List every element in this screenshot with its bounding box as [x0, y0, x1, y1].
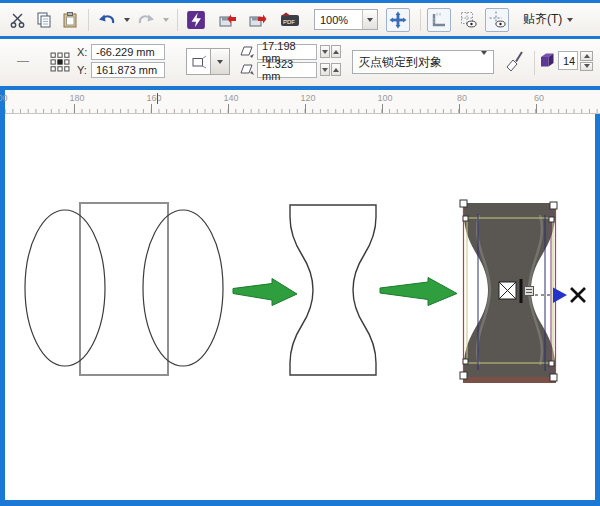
extrusion-type-icon [191, 54, 207, 70]
zoom-fit-icon [389, 11, 407, 29]
ruler-label: 160 [146, 93, 161, 103]
show-rulers-button[interactable] [427, 8, 451, 32]
extrude-interactive-control[interactable] [499, 279, 585, 303]
vp-mode-value: 灭点锁定到对象 [353, 54, 481, 71]
spinner-up-icon [333, 50, 339, 54]
right-ellipse-object[interactable] [143, 210, 223, 366]
depth-slider-bar[interactable] [520, 279, 523, 303]
guidelines-icon [488, 10, 507, 29]
copy-vp-icon [503, 49, 525, 73]
spinner-up-icon [584, 54, 590, 58]
toolbar-separator [534, 51, 535, 75]
grid-icon [459, 10, 478, 29]
left-ellipse-object[interactable] [25, 210, 105, 366]
chevron-down-icon [367, 18, 373, 22]
vanishing-point-marker[interactable] [571, 288, 585, 302]
toolbar-separator [420, 9, 421, 31]
redo-dropdown-button[interactable] [160, 8, 171, 32]
redo-icon [136, 11, 156, 29]
ruler-label: 200 [0, 93, 8, 103]
handle-back-bottom-right[interactable] [549, 361, 554, 366]
pdf-label: PDF [283, 18, 295, 24]
green-arrow-2[interactable] [380, 278, 457, 306]
depth-slider-knob[interactable] [525, 287, 534, 296]
vp-y-field[interactable]: 161.873 mm [91, 62, 165, 78]
ruler-label: 60 [534, 93, 544, 103]
vp-x-value: -66.229 mm [96, 46, 155, 58]
zoom-fit-button[interactable] [386, 8, 410, 32]
show-guidelines-button[interactable] [485, 8, 509, 32]
lens-path[interactable] [290, 205, 376, 375]
handle-top-left[interactable] [460, 200, 467, 207]
depth-spinner[interactable] [580, 51, 593, 71]
green-arrow-1[interactable] [233, 279, 297, 306]
undo-button[interactable] [95, 8, 119, 32]
snap-to-label: 贴齐(T) [523, 11, 562, 28]
chevron-down-icon [163, 18, 169, 22]
app-launcher-button[interactable] [184, 8, 208, 32]
publish-pdf-icon: PDF [278, 11, 302, 29]
anchor-grid-control[interactable] [50, 52, 70, 74]
vp-offset-v-value: -1.323 mm [262, 58, 312, 82]
import-button[interactable] [216, 8, 240, 32]
export-button[interactable] [246, 8, 270, 32]
vp-offset-v-spinner[interactable] [320, 63, 341, 76]
extruded-lens-object[interactable] [460, 200, 585, 383]
copy-vp-button[interactable] [503, 49, 525, 75]
spinner-down-icon [322, 50, 328, 54]
ruler-cursor-marker [157, 93, 158, 104]
copy-icon [35, 11, 53, 29]
vp-offset-v-field[interactable]: -1.323 mm [257, 62, 317, 78]
rectangle-object[interactable] [80, 203, 168, 375]
window-border-bottom [0, 500, 600, 506]
copy-button[interactable] [32, 8, 56, 32]
ruler-label: 140 [223, 93, 238, 103]
snap-to-dropdown[interactable]: 贴齐(T) [517, 9, 579, 30]
cut-button[interactable] [6, 8, 30, 32]
depth-field[interactable]: 14 [558, 51, 578, 70]
paste-icon [61, 11, 79, 29]
extrusion-type-button[interactable] [186, 48, 211, 75]
ruler-label: 80 [457, 93, 467, 103]
import-icon [218, 11, 238, 29]
undo-icon [97, 11, 117, 29]
handle-back-top-right[interactable] [549, 217, 554, 222]
show-grid-button[interactable] [456, 8, 480, 32]
handle-back-bottom-left[interactable] [463, 359, 468, 364]
depth-cube-icon [538, 51, 556, 71]
horizontal-ruler[interactable]: 200 180 160 140 120 100 80 60 [5, 90, 600, 114]
undo-dropdown-button[interactable] [121, 8, 132, 32]
ruler-label: 120 [300, 93, 315, 103]
handle-top-right[interactable] [550, 202, 557, 209]
handle-back-top-left[interactable] [463, 216, 468, 221]
toolbar-separator [177, 9, 178, 31]
vp-direction-arrow[interactable] [553, 288, 567, 304]
vp-y-value: 161.873 mm [96, 64, 157, 76]
paste-button[interactable] [58, 8, 82, 32]
chevron-down-icon [124, 18, 130, 22]
spinner-up-icon [333, 68, 339, 72]
handle-bottom-right[interactable] [550, 374, 557, 381]
publish-pdf-button[interactable]: PDF [276, 8, 304, 32]
spinner-down-icon [322, 68, 328, 72]
app-launcher-icon [186, 10, 206, 30]
drawing-canvas[interactable] [0, 114, 600, 500]
export-icon [248, 11, 268, 29]
remove-preset-button[interactable]: — [13, 53, 33, 69]
trimmed-lens-object[interactable] [290, 205, 376, 375]
zoom-level-combobox[interactable]: 100% [314, 9, 378, 30]
vp-offset-h-icon [240, 44, 255, 60]
handle-bottom-left[interactable] [460, 372, 467, 379]
extrusion-type-dropdown-button[interactable] [210, 48, 230, 75]
redo-button[interactable] [134, 8, 158, 32]
minus-label: — [17, 54, 29, 68]
toolbar-separator [88, 9, 89, 31]
zoom-dropdown-button[interactable] [362, 10, 377, 29]
vp-offset-h-spinner[interactable] [320, 45, 341, 58]
vp-x-field[interactable]: -66.229 mm [91, 44, 165, 60]
extrude-property-bar: — X: -66.229 mm Y: 161.873 mm [0, 39, 600, 86]
ruler-label: 180 [69, 93, 84, 103]
rulers-icon [430, 11, 448, 29]
vp-mode-select[interactable]: 灭点锁定到对象 [352, 50, 494, 74]
app-window: PDF 100% [0, 0, 600, 506]
